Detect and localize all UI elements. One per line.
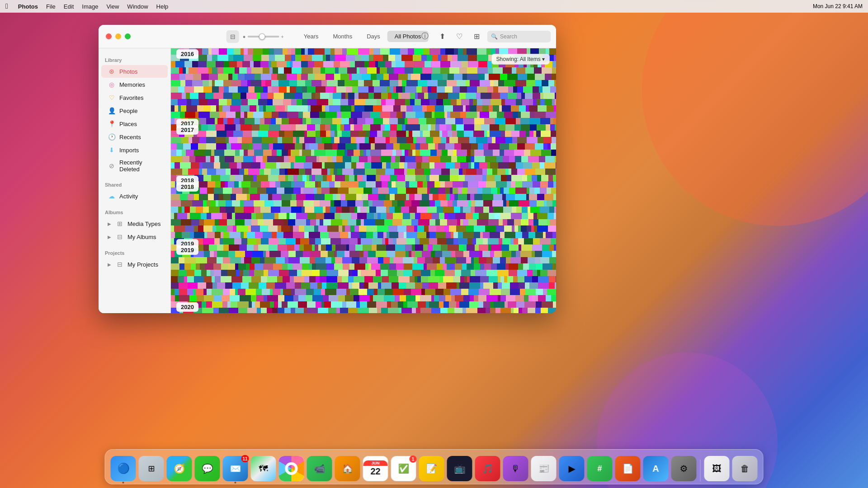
photo-cell[interactable] (317, 282, 322, 289)
photo-cell[interactable] (257, 175, 268, 181)
photo-cell[interactable] (351, 112, 362, 118)
photo-cell[interactable] (417, 206, 427, 213)
photo-cell[interactable] (341, 112, 351, 118)
photo-cell[interactable] (452, 124, 456, 131)
photo-cell[interactable] (278, 244, 287, 251)
photo-cell[interactable] (223, 238, 234, 244)
photo-cell[interactable] (178, 276, 184, 282)
photo-cell[interactable] (264, 257, 276, 263)
photo-cell[interactable] (461, 289, 468, 295)
photo-cell[interactable] (307, 86, 316, 93)
photo-cell[interactable] (227, 99, 231, 105)
photo-cell[interactable] (305, 169, 311, 175)
photo-cell[interactable] (383, 257, 390, 263)
photo-cell[interactable] (402, 219, 411, 225)
photo-cell[interactable] (279, 169, 285, 175)
photo-cell[interactable] (269, 48, 274, 55)
photo-cell[interactable] (279, 131, 284, 137)
photo-cell[interactable] (273, 99, 283, 105)
photo-cell[interactable] (404, 162, 407, 169)
photo-cell[interactable] (505, 301, 508, 308)
photo-cell[interactable] (396, 150, 402, 156)
photo-cell[interactable] (550, 86, 556, 93)
photo-cell[interactable] (389, 263, 396, 270)
photo-cell[interactable] (463, 251, 469, 257)
photo-cell[interactable] (373, 118, 383, 124)
photo-cell[interactable] (414, 257, 417, 263)
photo-cell[interactable] (235, 213, 241, 219)
photo-cell[interactable] (335, 48, 342, 55)
photo-cell[interactable] (362, 194, 368, 200)
photo-cell[interactable] (398, 276, 410, 282)
photo-cell[interactable] (333, 194, 336, 200)
photo-cell[interactable] (330, 124, 337, 131)
photo-cell[interactable] (204, 295, 214, 301)
photo-cell[interactable] (207, 188, 214, 194)
photo-cell[interactable] (186, 93, 190, 99)
photo-cell[interactable] (314, 289, 321, 295)
photo-cell[interactable] (315, 238, 321, 244)
photo-cell[interactable] (356, 301, 360, 308)
photo-cell[interactable] (296, 213, 307, 219)
photo-cell[interactable] (430, 150, 437, 156)
photo-cell[interactable] (533, 99, 537, 105)
photo-cell[interactable] (368, 156, 371, 162)
photo-cell[interactable] (521, 124, 530, 131)
photo-cell[interactable] (415, 150, 420, 156)
photo-cell[interactable] (470, 80, 480, 86)
photo-cell[interactable] (292, 194, 296, 200)
photo-cell[interactable] (450, 175, 458, 181)
photo-cell[interactable] (336, 289, 346, 295)
photo-cell[interactable] (418, 219, 429, 225)
photo-cell[interactable] (367, 289, 374, 295)
photo-cell[interactable] (315, 175, 323, 181)
photo-cell[interactable] (547, 143, 551, 150)
photo-cell[interactable] (220, 238, 223, 244)
photo-cell[interactable] (185, 74, 193, 80)
photo-cell[interactable] (329, 93, 333, 99)
photo-cell[interactable] (489, 74, 500, 80)
photo-cell[interactable] (179, 257, 184, 263)
photo-cell[interactable] (245, 251, 252, 257)
photo-cell[interactable] (523, 86, 533, 93)
photo-cell[interactable] (486, 175, 495, 181)
photo-cell[interactable] (410, 213, 415, 219)
photo-cell[interactable] (334, 61, 340, 67)
photo-cell[interactable] (551, 238, 556, 244)
photo-cell[interactable] (182, 93, 186, 99)
photo-cell[interactable] (260, 162, 265, 169)
photo-cell[interactable] (365, 263, 368, 270)
photo-cell[interactable] (334, 137, 340, 143)
photo-cell[interactable] (514, 238, 518, 244)
photo-cell[interactable] (288, 219, 295, 225)
photo-cell[interactable] (373, 105, 382, 112)
photo-cell[interactable] (351, 162, 356, 169)
photo-cell[interactable] (454, 74, 462, 80)
photo-cell[interactable] (359, 143, 371, 150)
photo-cell[interactable] (549, 206, 554, 213)
photo-cell[interactable] (359, 282, 364, 289)
photo-cell[interactable] (448, 200, 453, 206)
photo-cell[interactable] (171, 263, 179, 270)
photo-cell[interactable] (171, 270, 179, 276)
photo-cell[interactable] (355, 55, 361, 61)
photo-cell[interactable] (212, 55, 217, 61)
photo-cell[interactable] (319, 112, 326, 118)
photo-cell[interactable] (495, 137, 505, 143)
photo-cell[interactable] (358, 308, 369, 313)
photo-cell[interactable] (263, 263, 273, 270)
photo-cell[interactable] (304, 308, 307, 313)
photo-cell[interactable] (341, 238, 349, 244)
photo-cell[interactable] (427, 206, 437, 213)
photo-cell[interactable] (226, 200, 232, 206)
photo-cell[interactable] (494, 301, 505, 308)
photo-cell[interactable] (471, 143, 478, 150)
photo-cell[interactable] (171, 143, 177, 150)
photo-cell[interactable] (466, 213, 473, 219)
photo-cell[interactable] (484, 150, 493, 156)
tab-months[interactable]: Months (326, 31, 360, 42)
photo-cell[interactable] (450, 194, 454, 200)
photo-cell[interactable] (387, 251, 395, 257)
photo-cell[interactable] (510, 257, 521, 263)
photo-cell[interactable] (527, 270, 533, 276)
